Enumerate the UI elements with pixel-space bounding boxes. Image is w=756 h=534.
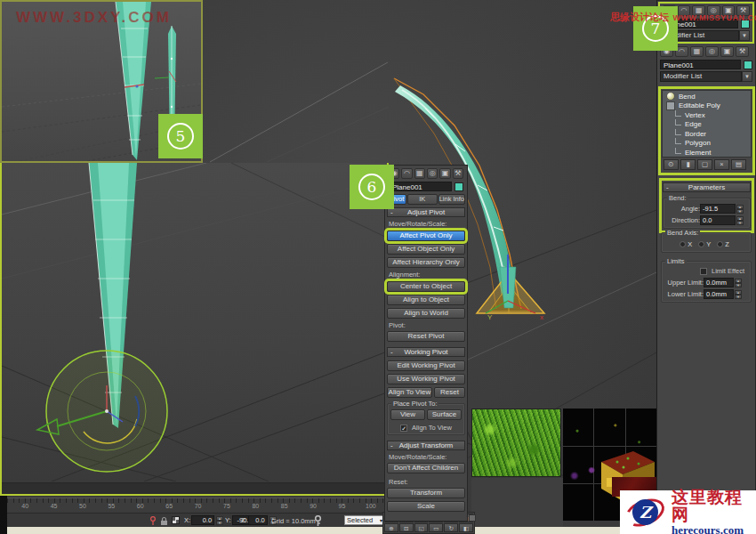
stack-toolbar: ⊙▮▢×▤ [662, 158, 752, 172]
place-surface-button[interactable]: Surface [427, 409, 462, 420]
grass-texture-thumbnail[interactable] [471, 409, 561, 477]
modify-panel-main: ◉◠▦◎▣⚒ Plane001 Modifier List ▼ [658, 45, 754, 82]
motion-icon[interactable]: ◎ [705, 46, 719, 57]
absolute-offset-toggle[interactable] [172, 516, 180, 524]
alignment-button[interactable]: Align to World [387, 308, 465, 319]
remove-modifier-icon[interactable]: × [714, 159, 729, 170]
viewport-nav-buttons: ⊕⊡◱▭↻◧ [384, 523, 473, 532]
lower-limit-spinner[interactable]: ▲▼ [735, 290, 742, 299]
pin-stack-icon[interactable]: ⊙ [664, 159, 679, 170]
modifier-stack-item[interactable]: Polygon [663, 139, 751, 149]
reset-transform-button[interactable]: Transform [387, 488, 465, 498]
z-coordinate-field[interactable]: 0.0 [248, 515, 268, 525]
watermark-3dxy: WWW.3DXY.COM [16, 9, 172, 27]
limit-effect-checkbox[interactable] [700, 268, 707, 275]
rotate-gizmo[interactable] [37, 351, 167, 472]
viewport-nav-button[interactable]: ◧ [459, 523, 473, 532]
tray-icon[interactable] [469, 514, 476, 522]
display-icon[interactable]: ▣ [439, 168, 450, 179]
object-name-field-main[interactable]: Plane001 [660, 60, 741, 69]
bend-angle-field[interactable]: -91.5 [700, 204, 736, 214]
viewport-nav-button[interactable]: ▭ [429, 523, 443, 532]
object-color-swatch-main[interactable] [744, 61, 752, 69]
modifier-stack-item[interactable]: Editable Poly [663, 101, 751, 111]
rollout-adjust-transform[interactable]: - Adjust Transform [387, 441, 465, 450]
hierarchy-tab[interactable]: IK [407, 194, 438, 205]
dropdown-arrow-icon[interactable]: ▼ [739, 30, 750, 41]
direction-spinner[interactable]: ▲▼ [736, 216, 744, 225]
screenshot-stage: Y x [0, 0, 756, 534]
pivot-mode-button[interactable]: Affect Object Only [387, 244, 465, 255]
auto-key-icon[interactable] [313, 515, 323, 527]
alignment-button[interactable]: Align to Object [387, 295, 465, 305]
hierarchy-icon[interactable]: ▦ [690, 46, 704, 57]
bend-axis-group: Bend Axis: XYZ [661, 232, 752, 253]
axis-radio[interactable]: X [680, 240, 696, 248]
timeline-ruler[interactable]: 404550556065707580859095100 [7, 498, 389, 512]
place-view-button[interactable]: View [390, 409, 425, 420]
logo-mark: Z [623, 494, 668, 531]
viewport-nav-button[interactable]: ↻ [444, 523, 458, 532]
set-key-icon[interactable] [149, 516, 157, 526]
show-end-result-icon[interactable]: ▮ [680, 159, 696, 170]
pivot-label: Pivot: [387, 321, 465, 329]
pivot-mode-button[interactable]: Affect Hierarchy Only [387, 257, 465, 268]
dropdown-arrow-icon[interactable]: ▼ [742, 71, 752, 82]
modify-icon[interactable]: ◠ [401, 168, 412, 179]
rollout-working-pivot[interactable]: - Working Pivot [387, 347, 465, 357]
selection-lock-icon[interactable] [160, 516, 168, 526]
viewport-nav-button[interactable]: ◱ [414, 523, 429, 532]
align-to-view-button[interactable]: Align To View [387, 387, 432, 398]
rollout-adjust-pivot[interactable]: - Adjust Pivot [387, 207, 465, 217]
modifier-stack-item[interactable]: Bend [663, 92, 751, 101]
pivot-mode-button[interactable]: Affect Pivot Only [387, 231, 465, 241]
modifier-list-dropdown[interactable]: Modifier List [660, 71, 742, 82]
lower-limit-field[interactable]: 0.0mm [704, 289, 734, 299]
utilities-icon[interactable]: ⚒ [453, 168, 463, 179]
viewport-nav-button[interactable]: ⊕ [384, 523, 398, 532]
dont-affect-children-button[interactable]: Don't Affect Children [387, 463, 465, 473]
object-name-field[interactable]: Plane001 [389, 182, 452, 191]
rollout-parameters[interactable]: - Parameters [663, 182, 751, 192]
selection-filter-dropdown[interactable]: Selected ▾ [344, 515, 385, 525]
reset-working-pivot-button[interactable]: Reset [434, 387, 465, 398]
alignment-button[interactable]: Center to Object [387, 281, 465, 292]
modifier-stack-item[interactable]: Element [663, 148, 751, 158]
align-to-view-checkbox[interactable]: ✓ [400, 425, 407, 432]
logo-monogram: Z [632, 499, 658, 525]
modifier-stack-item[interactable]: Edge [663, 120, 751, 130]
status-bar: X: 0.0 ▲▼ Y: -90.0 ▲▼ Z: 0.0 ▲▼ Grid = 1… [7, 513, 389, 527]
reset-scale-button[interactable]: Scale [387, 501, 465, 512]
x-spinner[interactable]: ▲▼ [216, 516, 223, 525]
modifier-stack-item[interactable]: Vertex [663, 110, 751, 120]
command-panel-tabs: ◉◠▦◎▣⚒ [387, 167, 465, 180]
reset-pivot-button[interactable]: Reset Pivot [387, 331, 465, 342]
angle-spinner[interactable]: ▲▼ [736, 205, 744, 214]
pivot-buttons: Affect Pivot OnlyAffect Object OnlyAffec… [387, 231, 465, 268]
hierarchy-tab[interactable]: Link Info [438, 194, 465, 205]
edit-working-pivot-button[interactable]: Edit Working Pivot [387, 360, 465, 371]
viewport-nav-button[interactable]: ⊡ [399, 523, 414, 532]
make-unique-icon[interactable]: ▢ [697, 159, 712, 170]
modifier-stack-item[interactable]: Border [663, 129, 751, 139]
x-coordinate-field[interactable]: 0.0 [191, 515, 214, 525]
motion-icon[interactable]: ◎ [427, 168, 438, 179]
mrs-label: Move/Rotate/Scale: [387, 220, 465, 228]
bend-gizmo[interactable]: Y x [477, 255, 544, 321]
active-viewport[interactable] [0, 163, 389, 496]
utilities-icon[interactable]: ⚒ [736, 46, 749, 57]
upper-limit-field[interactable]: 0.0mm [704, 278, 734, 287]
object-color-swatch[interactable] [454, 182, 463, 191]
modifier-stack-highlight: BendEditable PolyVertexEdgeBorderPolygon… [658, 86, 755, 175]
display-icon[interactable]: ▣ [720, 46, 734, 57]
bend-direction-field[interactable]: 0.0 [700, 215, 736, 225]
watermark-missyuan: 思缘设计论坛 WWW.MISSYUAN.COM [610, 8, 756, 24]
axis-radio[interactable]: Z [717, 240, 733, 248]
hierarchy-icon[interactable]: ▦ [414, 168, 425, 179]
place-pivot-group: Place Pivot To: View Surface ✓ Align To … [387, 403, 465, 435]
upper-limit-spinner[interactable]: ▲▼ [735, 279, 742, 287]
configure-modifier-sets-icon[interactable]: ▤ [731, 159, 746, 170]
page-margin-strip [0, 527, 623, 534]
use-working-pivot-button[interactable]: Use Working Pivot [387, 374, 465, 384]
axis-radio[interactable]: Y [698, 240, 714, 248]
